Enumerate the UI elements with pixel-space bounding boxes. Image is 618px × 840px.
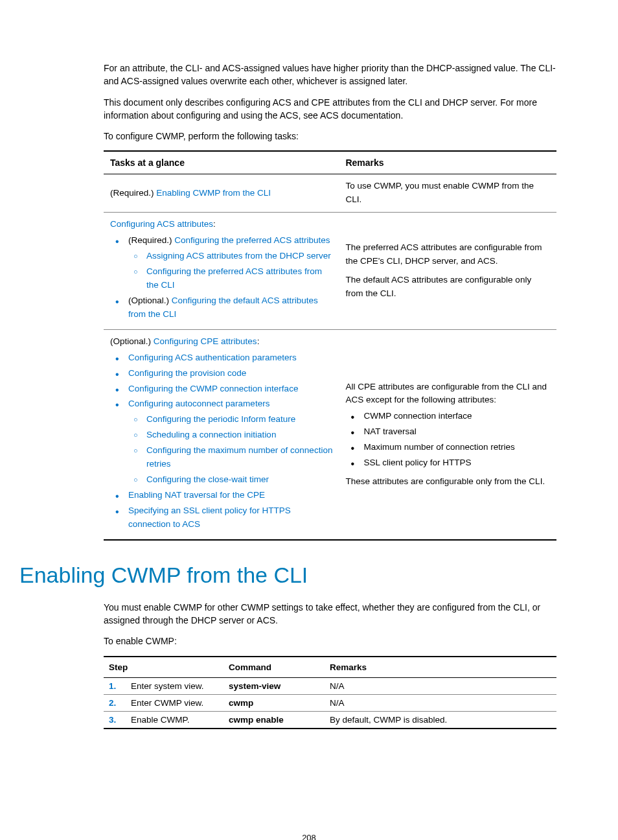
link-autoconnect-params[interactable]: Configuring autoconnect parameters bbox=[128, 399, 269, 408]
intro-paragraph-1: For an attribute, the CLI- and ACS-assig… bbox=[104, 62, 556, 88]
steps-table: Step Command Remarks 1. Enter system vie… bbox=[104, 656, 556, 729]
list-item: Configuring the CWMP connection interfac… bbox=[123, 382, 332, 396]
list-item: Configuring autoconnect parameters Confi… bbox=[123, 397, 332, 487]
step-row: 3. Enable CWMP. cwmp enable By default, … bbox=[104, 711, 556, 729]
link-configuring-cpe-attributes[interactable]: Configuring CPE attributes bbox=[154, 336, 257, 346]
table-row: (Required.) Enabling CWMP from the CLI T… bbox=[104, 174, 556, 213]
colon: : bbox=[213, 219, 216, 229]
required-label: (Required.) bbox=[128, 235, 174, 245]
list-item: Configuring the preferred ACS attributes… bbox=[143, 265, 332, 292]
link-provision-code[interactable]: Configuring the provision code bbox=[128, 368, 246, 378]
list-item: (Required.) Configuring the preferred AC… bbox=[123, 234, 332, 292]
optional-label: (Optional.) bbox=[128, 296, 172, 305]
link-acs-auth-params[interactable]: Configuring ACS authentication parameter… bbox=[128, 353, 297, 362]
link-ssl-client-policy[interactable]: Specifying an SSL client policy for HTTP… bbox=[128, 506, 291, 529]
command-header: Command bbox=[223, 657, 325, 678]
remarks-header: Remarks bbox=[339, 151, 556, 174]
list-item: (Optional.) Configuring the default ACS … bbox=[123, 294, 332, 321]
step-command: cwmp enable bbox=[229, 715, 284, 725]
intro-paragraph-3: To configure CWMP, perform the following… bbox=[104, 130, 556, 143]
step-row: 1. Enter system view. system-view N/A bbox=[104, 677, 556, 694]
list-item: Configuring ACS authentication parameter… bbox=[123, 351, 332, 365]
step-remark: N/A bbox=[325, 694, 556, 711]
list-item: Assigning ACS attributes from the DHCP s… bbox=[143, 250, 332, 263]
tasks-table: Tasks at a glance Remarks (Required.) En… bbox=[104, 150, 556, 540]
section-paragraph-2: To enable CWMP: bbox=[104, 635, 556, 648]
list-item: Configuring the provision code bbox=[123, 367, 332, 380]
remark-bullet: Maximum number of connection retries bbox=[358, 441, 550, 454]
link-configuring-preferred-acs[interactable]: Configuring the preferred ACS attributes bbox=[174, 235, 330, 245]
link-close-wait-timer[interactable]: Configuring the close-wait timer bbox=[146, 474, 269, 484]
required-label: (Required.) bbox=[110, 188, 156, 198]
step-remark: By default, CWMP is disabled. bbox=[325, 711, 556, 729]
remark-bullet: SSL client policy for HTTPS bbox=[358, 456, 550, 470]
step-remarks-header: Remarks bbox=[325, 657, 556, 678]
link-configuring-preferred-acs-cli[interactable]: Configuring the preferred ACS attributes… bbox=[146, 266, 322, 290]
remark-text: All CPE attributes are configurable from… bbox=[345, 380, 550, 408]
link-assigning-acs-dhcp[interactable]: Assigning ACS attributes from the DHCP s… bbox=[146, 251, 331, 261]
step-command: system-view bbox=[229, 681, 280, 691]
remark-bullet: CWMP connection interface bbox=[358, 410, 550, 423]
remark-bullet: NAT traversal bbox=[358, 425, 550, 439]
link-nat-traversal[interactable]: Enabling NAT traversal for the CPE bbox=[128, 490, 265, 500]
link-cwmp-connection-interface[interactable]: Configuring the CWMP connection interfac… bbox=[128, 384, 298, 393]
step-number: 2. bbox=[109, 698, 116, 708]
list-item: Configuring the close-wait timer bbox=[143, 473, 332, 487]
link-scheduling-connection[interactable]: Scheduling a connection initiation bbox=[146, 430, 276, 439]
optional-label: (Optional.) bbox=[110, 336, 154, 346]
step-row: 2. Enter CWMP view. cwmp N/A bbox=[104, 694, 556, 711]
section-heading: Enabling CWMP from the CLI bbox=[19, 563, 556, 588]
step-desc: Enter CWMP view. bbox=[126, 694, 223, 711]
step-desc: Enable CWMP. bbox=[126, 711, 223, 729]
table-row: Configuring ACS attributes: (Required.) … bbox=[104, 213, 556, 329]
link-max-connection-retries[interactable]: Configuring the maximum number of connec… bbox=[146, 445, 332, 469]
step-desc: Enter system view. bbox=[126, 677, 223, 694]
list-item: Configuring the maximum number of connec… bbox=[143, 444, 332, 471]
remark-text: The preferred ACS attributes are configu… bbox=[345, 241, 550, 268]
link-configuring-acs-attributes[interactable]: Configuring ACS attributes bbox=[110, 219, 213, 229]
list-item: Specifying an SSL client policy for HTTP… bbox=[123, 504, 332, 531]
list-item: Enabling NAT traversal for the CPE bbox=[123, 489, 332, 502]
remark-text: To use CWMP, you must enable CWMP from t… bbox=[339, 174, 556, 213]
page-number: 208 bbox=[62, 833, 556, 840]
remark-text: The default ACS attributes are configura… bbox=[345, 274, 550, 301]
step-header: Step bbox=[104, 657, 223, 678]
link-enabling-cwmp[interactable]: Enabling CWMP from the CLI bbox=[156, 188, 271, 198]
colon: : bbox=[257, 336, 260, 346]
remark-text: These attributes are configurable only f… bbox=[345, 475, 550, 489]
table-row: (Optional.) Configuring CPE attributes: … bbox=[104, 329, 556, 539]
list-item: Scheduling a connection initiation bbox=[143, 428, 332, 442]
step-command: cwmp bbox=[229, 698, 253, 708]
intro-paragraph-2: This document only describes configuring… bbox=[104, 96, 556, 122]
link-periodic-inform[interactable]: Configuring the periodic Inform feature bbox=[146, 414, 295, 424]
section-paragraph-1: You must enable CWMP for other CWMP sett… bbox=[104, 601, 556, 627]
step-number: 1. bbox=[109, 681, 116, 691]
step-number: 3. bbox=[109, 715, 116, 725]
list-item: Configuring the periodic Inform feature bbox=[143, 413, 332, 426]
step-remark: N/A bbox=[325, 677, 556, 694]
tasks-header: Tasks at a glance bbox=[104, 151, 339, 174]
